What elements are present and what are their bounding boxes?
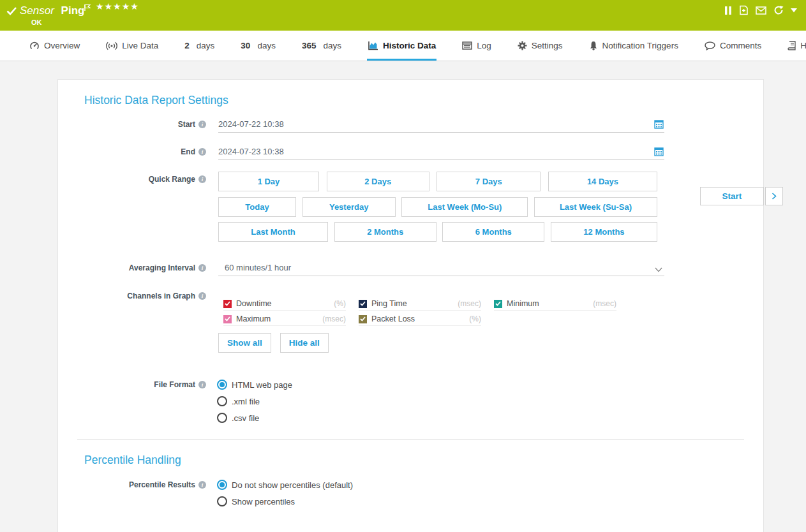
info-icon[interactable]: i <box>198 292 206 300</box>
percentile-do-not-show-option[interactable]: Do not show percentiles (default) <box>217 477 353 493</box>
channel-maximum[interactable]: Maximum (msec) <box>223 313 346 326</box>
file-format-options: HTML web page .xml file .csv file <box>217 376 292 426</box>
percentile-show-option[interactable]: Show percentiles <box>217 493 353 510</box>
ping-time-checkbox[interactable] <box>359 300 367 308</box>
file-format-xml-option[interactable]: .xml file <box>217 393 292 410</box>
caret-down-icon[interactable] <box>791 8 797 13</box>
tab-historic-data[interactable]: Historic Data <box>367 31 437 61</box>
tab-settings[interactable]: Settings <box>517 31 563 61</box>
tab-comments[interactable]: Comments <box>704 31 762 61</box>
quick-range-today-button[interactable]: Today <box>218 197 296 217</box>
tab-2-days[interactable]: 2days <box>184 31 215 61</box>
maximum-checkbox[interactable] <box>223 315 232 323</box>
start-report-button[interactable]: Start <box>700 187 764 205</box>
tab-live-data[interactable]: Live Data <box>105 31 159 61</box>
email-icon[interactable] <box>756 6 766 15</box>
sensor-title-prefix: Sensor <box>20 4 54 17</box>
channels-in-graph-label: Channels in Graph i <box>58 291 206 301</box>
radio-selected-icon[interactable] <box>217 380 227 390</box>
channel-downtime[interactable]: Downtime (%) <box>223 297 346 311</box>
quick-range-row-3: Last Month 2 Months 6 Months 12 Months <box>218 222 657 242</box>
quick-range-7-days-button[interactable]: 7 Days <box>437 172 541 191</box>
percentile-handling-heading: Percentile Handling <box>84 454 181 467</box>
info-icon[interactable]: i <box>198 381 206 388</box>
quick-range-row-1: 1 Day 2 Days 7 Days 14 Days <box>218 172 657 191</box>
tab-log[interactable]: Log <box>461 31 492 61</box>
quick-range-last-month-button[interactable]: Last Month <box>218 222 328 242</box>
minimum-checkbox[interactable] <box>494 300 502 308</box>
end-label: End i <box>58 147 206 157</box>
quick-range-row-2: Today Yesterday Last Week (Mo-Su) Last W… <box>218 197 657 217</box>
averaging-interval-label: Averaging Interval i <box>58 263 206 273</box>
end-date-value: 2024-07-23 10:38 <box>218 147 284 156</box>
channel-minimum[interactable]: Minimum (msec) <box>494 297 616 311</box>
chevron-down-icon[interactable] <box>655 265 662 274</box>
radio-selected-icon[interactable] <box>217 480 227 490</box>
comment-icon <box>705 41 715 50</box>
tab-overview[interactable]: Overview <box>29 31 80 61</box>
info-icon[interactable]: i <box>198 148 206 156</box>
info-icon[interactable]: i <box>198 121 206 128</box>
end-date-input[interactable]: 2024-07-23 10:38 <box>218 144 664 160</box>
percentile-options: Do not show percentiles (default) Show p… <box>217 477 353 510</box>
tab-history[interactable]: History <box>787 31 806 61</box>
refresh-icon[interactable] <box>773 5 784 15</box>
radio-unselected-icon[interactable] <box>217 396 227 406</box>
calendar-icon[interactable] <box>654 119 664 131</box>
radio-unselected-icon[interactable] <box>217 413 227 423</box>
start-label: Start i <box>58 119 206 129</box>
start-report-split-button: Start <box>700 187 783 205</box>
log-icon <box>462 41 472 50</box>
channel-packet-loss[interactable]: Packet Loss (%) <box>359 313 481 326</box>
tab-bar: Overview Live Data 2days 30days 365days … <box>0 31 806 61</box>
quick-range-6-months-button[interactable]: 6 Months <box>442 222 544 242</box>
sensor-status-header: Sensor Ping ★★★★★ OK <box>0 0 806 31</box>
file-format-label: File Format i <box>58 380 206 390</box>
quick-range-yesterday-button[interactable]: Yesterday <box>302 197 396 217</box>
history-icon <box>787 41 796 50</box>
start-report-arrow-button[interactable] <box>765 187 783 205</box>
info-icon[interactable]: i <box>198 175 206 183</box>
priority-stars[interactable]: ★★★★★ <box>96 1 139 11</box>
info-icon[interactable]: i <box>198 481 206 489</box>
info-icon[interactable]: i <box>198 264 206 272</box>
quick-range-12-months-button[interactable]: 12 Months <box>551 222 657 242</box>
quick-range-last-week-mo-su-button[interactable]: Last Week (Mo-Su) <box>401 197 528 217</box>
tab-365-days[interactable]: 365days <box>301 31 342 61</box>
quick-range-label: Quick Range i <box>58 174 206 184</box>
start-date-value: 2024-07-22 10:38 <box>218 119 284 129</box>
chevron-right-icon <box>772 193 777 200</box>
quick-range-2-months-button[interactable]: 2 Months <box>334 222 437 242</box>
calendar-icon[interactable] <box>654 147 664 158</box>
gauge-icon <box>29 41 40 51</box>
tab-notification-triggers[interactable]: Notification Triggers <box>588 31 679 61</box>
tab-30-days[interactable]: 30days <box>240 31 276 61</box>
radio-unselected-icon[interactable] <box>217 496 227 506</box>
quick-range-1-day-button[interactable]: 1 Day <box>218 172 319 191</box>
status-ok-check-icon <box>6 6 17 18</box>
percentile-results-label: Percentile Results i <box>58 480 206 490</box>
flag-icon[interactable] <box>84 3 91 14</box>
broadcast-icon <box>106 41 117 50</box>
file-format-html-option[interactable]: HTML web page <box>217 376 292 393</box>
hide-all-button[interactable]: Hide all <box>280 333 329 353</box>
historic-data-panel: Historic Data Report Settings Start i 20… <box>57 79 764 532</box>
quick-range-2-days-button[interactable]: 2 Days <box>327 172 429 191</box>
pause-icon[interactable] <box>724 6 732 15</box>
averaging-interval-select[interactable]: 60 minutes/1 hour <box>218 260 664 276</box>
add-report-icon[interactable] <box>739 5 749 15</box>
quick-range-14-days-button[interactable]: 14 Days <box>548 172 657 191</box>
averaging-interval-value: 60 minutes/1 hour <box>225 263 291 272</box>
show-all-button[interactable]: Show all <box>218 333 271 353</box>
channel-buttons: Show all Hide all <box>218 333 329 353</box>
header-actions <box>724 5 797 15</box>
channel-ping-time[interactable]: Ping Time (msec) <box>359 297 481 311</box>
start-date-input[interactable]: 2024-07-22 10:38 <box>218 117 664 133</box>
channel-list: Downtime (%) Ping Time (msec) Minimum (m… <box>223 297 616 326</box>
sensor-title-name: Ping <box>61 4 85 17</box>
quick-range-last-week-su-sa-button[interactable]: Last Week (Su-Sa) <box>534 197 657 217</box>
packet-loss-checkbox[interactable] <box>359 315 367 323</box>
bell-icon <box>589 41 598 50</box>
file-format-csv-option[interactable]: .csv file <box>217 410 292 426</box>
downtime-checkbox[interactable] <box>223 300 232 308</box>
